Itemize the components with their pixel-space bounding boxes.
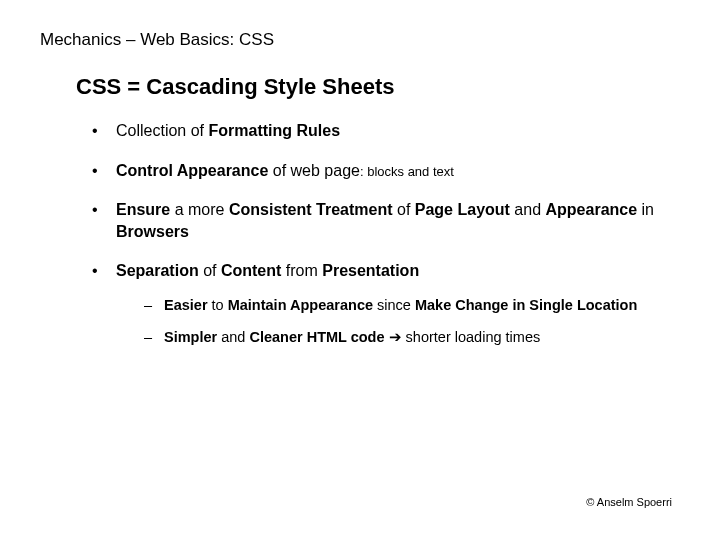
text: a more: [170, 201, 229, 218]
text: of: [393, 201, 415, 218]
arrow-icon: ➔: [385, 329, 406, 345]
bold-text: Consistent Treatment: [229, 201, 393, 218]
sub-bullet-list: Easier to Maintain Appearance since Make…: [144, 296, 680, 347]
text: of: [199, 262, 221, 279]
text: shorter loading times: [406, 329, 541, 345]
small-text: : blocks and text: [360, 164, 454, 179]
slide-title: CSS = Cascading Style Sheets: [76, 74, 680, 100]
bold-text: Page Layout: [415, 201, 510, 218]
text: of web page: [268, 162, 360, 179]
bold-text: Appearance: [546, 201, 638, 218]
sub-bullet-item: Easier to Maintain Appearance since Make…: [144, 296, 680, 316]
bold-text: Ensure: [116, 201, 170, 218]
main-bullet-list: Collection of Formatting Rules Control A…: [92, 120, 680, 347]
text: Collection of: [116, 122, 209, 139]
text: in: [637, 201, 654, 218]
text: from: [281, 262, 322, 279]
bullet-item: Ensure a more Consistent Treatment of Pa…: [92, 199, 680, 242]
bold-text: Make Change in Single Location: [415, 297, 637, 313]
copyright-footer: © Anselm Spoerri: [586, 496, 672, 508]
bold-text: Content: [221, 262, 281, 279]
bold-text: Separation: [116, 262, 199, 279]
bold-text: Formatting Rules: [209, 122, 341, 139]
bold-text: Presentation: [322, 262, 419, 279]
text: and: [217, 329, 249, 345]
bold-text: Cleaner HTML code: [249, 329, 384, 345]
bold-text: Browsers: [116, 223, 189, 240]
text: to: [208, 297, 228, 313]
bullet-item: Separation of Content from Presentation …: [92, 260, 680, 347]
bold-text: Simpler: [164, 329, 217, 345]
sub-bullet-item: Simpler and Cleaner HTML code ➔ shorter …: [144, 328, 680, 348]
text: since: [373, 297, 415, 313]
bold-text: Easier: [164, 297, 208, 313]
bullet-item: Collection of Formatting Rules: [92, 120, 680, 142]
bullet-item: Control Appearance of web page: blocks a…: [92, 160, 680, 182]
text: and: [510, 201, 546, 218]
bold-text: Control Appearance: [116, 162, 268, 179]
bold-text: Maintain Appearance: [228, 297, 373, 313]
slide-header: Mechanics – Web Basics: CSS: [40, 30, 680, 50]
